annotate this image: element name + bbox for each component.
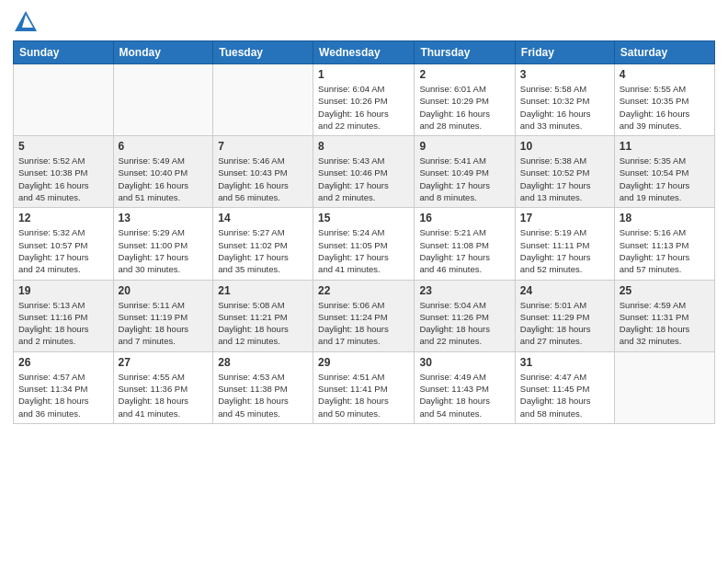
calendar-cell: 1Sunrise: 6:04 AM Sunset: 10:26 PM Dayli… — [313, 64, 415, 136]
calendar-cell: 7Sunrise: 5:46 AM Sunset: 10:43 PM Dayli… — [213, 136, 313, 208]
calendar-cell: 31Sunrise: 4:47 AM Sunset: 11:45 PM Dayl… — [515, 351, 614, 423]
calendar-cell: 6Sunrise: 5:49 AM Sunset: 10:40 PM Dayli… — [113, 136, 213, 208]
day-number: 17 — [520, 212, 609, 224]
calendar-cell: 21Sunrise: 5:08 AM Sunset: 11:21 PM Dayl… — [213, 280, 313, 351]
day-info: Sunrise: 6:04 AM Sunset: 10:26 PM Daylig… — [318, 83, 409, 132]
day-number: 8 — [318, 140, 409, 153]
day-info: Sunrise: 5:13 AM Sunset: 11:16 PM Daylig… — [18, 299, 108, 348]
calendar-cell: 11Sunrise: 5:35 AM Sunset: 10:54 PM Dayl… — [614, 136, 714, 208]
day-info: Sunrise: 6:01 AM Sunset: 10:29 PM Daylig… — [419, 83, 509, 132]
calendar-week-row: 5Sunrise: 5:52 AM Sunset: 10:38 PM Dayli… — [14, 136, 715, 208]
day-number: 19 — [18, 284, 108, 297]
day-info: Sunrise: 5:38 AM Sunset: 10:52 PM Daylig… — [520, 155, 609, 203]
day-number: 31 — [520, 356, 609, 369]
day-info: Sunrise: 4:49 AM Sunset: 11:43 PM Daylig… — [419, 371, 509, 419]
calendar-cell: 15Sunrise: 5:24 AM Sunset: 11:05 PM Dayl… — [313, 208, 415, 280]
calendar-cell: 28Sunrise: 4:53 AM Sunset: 11:38 PM Dayl… — [213, 351, 313, 423]
day-info: Sunrise: 5:41 AM Sunset: 10:49 PM Daylig… — [419, 155, 509, 203]
day-info: Sunrise: 5:35 AM Sunset: 10:54 PM Daylig… — [620, 155, 710, 203]
day-info: Sunrise: 4:57 AM Sunset: 11:34 PM Daylig… — [18, 371, 108, 419]
calendar-cell — [14, 64, 114, 136]
day-number: 15 — [318, 212, 409, 224]
calendar-cell: 13Sunrise: 5:29 AM Sunset: 11:00 PM Dayl… — [113, 208, 213, 280]
day-number: 24 — [520, 284, 609, 297]
day-number: 10 — [520, 140, 609, 153]
day-number: 29 — [318, 356, 409, 369]
calendar-cell: 27Sunrise: 4:55 AM Sunset: 11:36 PM Dayl… — [113, 351, 213, 423]
day-number: 18 — [620, 212, 710, 224]
day-info: Sunrise: 5:08 AM Sunset: 11:21 PM Daylig… — [218, 299, 308, 348]
day-info: Sunrise: 5:24 AM Sunset: 11:05 PM Daylig… — [318, 226, 409, 275]
weekday-header: Tuesday — [213, 41, 313, 64]
day-number: 11 — [620, 140, 710, 153]
day-number: 20 — [119, 284, 209, 297]
calendar-cell: 14Sunrise: 5:27 AM Sunset: 11:02 PM Dayl… — [213, 208, 313, 280]
calendar-cell: 23Sunrise: 5:04 AM Sunset: 11:26 PM Dayl… — [415, 280, 515, 351]
day-number: 30 — [419, 356, 509, 369]
day-number: 26 — [18, 356, 108, 369]
calendar-cell: 22Sunrise: 5:06 AM Sunset: 11:24 PM Dayl… — [313, 280, 415, 351]
calendar-cell: 26Sunrise: 4:57 AM Sunset: 11:34 PM Dayl… — [14, 351, 114, 423]
day-number: 9 — [419, 140, 509, 153]
calendar-cell: 5Sunrise: 5:52 AM Sunset: 10:38 PM Dayli… — [14, 136, 114, 208]
calendar-week-row: 19Sunrise: 5:13 AM Sunset: 11:16 PM Dayl… — [14, 280, 715, 351]
calendar-header: SundayMondayTuesdayWednesdayThursdayFrid… — [14, 41, 715, 64]
day-info: Sunrise: 5:52 AM Sunset: 10:38 PM Daylig… — [18, 155, 108, 203]
day-info: Sunrise: 5:29 AM Sunset: 11:00 PM Daylig… — [119, 226, 209, 275]
day-number: 4 — [620, 68, 710, 81]
calendar-cell: 18Sunrise: 5:16 AM Sunset: 11:13 PM Dayl… — [614, 208, 714, 280]
page: SundayMondayTuesdayWednesdayThursdayFrid… — [0, 0, 728, 563]
calendar-cell: 2Sunrise: 6:01 AM Sunset: 10:29 PM Dayli… — [415, 64, 515, 136]
day-info: Sunrise: 4:53 AM Sunset: 11:38 PM Daylig… — [218, 371, 308, 419]
day-info: Sunrise: 5:19 AM Sunset: 11:11 PM Daylig… — [520, 226, 609, 275]
weekday-header: Thursday — [415, 41, 515, 64]
calendar-week-row: 1Sunrise: 6:04 AM Sunset: 10:26 PM Dayli… — [14, 64, 715, 136]
calendar-cell: 19Sunrise: 5:13 AM Sunset: 11:16 PM Dayl… — [14, 280, 114, 351]
calendar-cell: 12Sunrise: 5:32 AM Sunset: 10:57 PM Dayl… — [14, 208, 114, 280]
day-info: Sunrise: 4:55 AM Sunset: 11:36 PM Daylig… — [119, 371, 209, 419]
calendar-body: 1Sunrise: 6:04 AM Sunset: 10:26 PM Dayli… — [14, 64, 715, 424]
day-number: 1 — [318, 68, 409, 81]
day-number: 27 — [119, 356, 209, 369]
day-info: Sunrise: 5:58 AM Sunset: 10:32 PM Daylig… — [520, 83, 609, 132]
day-info: Sunrise: 5:01 AM Sunset: 11:29 PM Daylig… — [520, 299, 609, 348]
day-number: 6 — [119, 140, 209, 153]
day-number: 25 — [620, 284, 710, 297]
calendar-cell — [113, 64, 213, 136]
day-info: Sunrise: 5:49 AM Sunset: 10:40 PM Daylig… — [119, 155, 209, 203]
calendar-cell: 20Sunrise: 5:11 AM Sunset: 11:19 PM Dayl… — [113, 280, 213, 351]
day-info: Sunrise: 5:21 AM Sunset: 11:08 PM Daylig… — [419, 226, 509, 275]
day-number: 2 — [419, 68, 509, 81]
calendar-cell: 30Sunrise: 4:49 AM Sunset: 11:43 PM Dayl… — [415, 351, 515, 423]
logo — [13, 9, 42, 35]
day-info: Sunrise: 4:59 AM Sunset: 11:31 PM Daylig… — [620, 299, 710, 348]
weekday-header: Monday — [113, 41, 213, 64]
day-number: 7 — [218, 140, 308, 153]
weekday-header: Sunday — [14, 41, 114, 64]
day-number: 23 — [419, 284, 509, 297]
day-number: 13 — [119, 212, 209, 224]
calendar-cell: 29Sunrise: 4:51 AM Sunset: 11:41 PM Dayl… — [313, 351, 415, 423]
logo-icon — [13, 9, 39, 35]
day-number: 5 — [18, 140, 108, 153]
day-info: Sunrise: 5:43 AM Sunset: 10:46 PM Daylig… — [318, 155, 409, 203]
day-number: 16 — [419, 212, 509, 224]
weekday-header: Saturday — [614, 41, 714, 64]
calendar-week-row: 12Sunrise: 5:32 AM Sunset: 10:57 PM Dayl… — [14, 208, 715, 280]
calendar-cell: 3Sunrise: 5:58 AM Sunset: 10:32 PM Dayli… — [515, 64, 614, 136]
day-info: Sunrise: 5:32 AM Sunset: 10:57 PM Daylig… — [18, 226, 108, 275]
calendar-cell: 8Sunrise: 5:43 AM Sunset: 10:46 PM Dayli… — [313, 136, 415, 208]
header — [13, 9, 715, 35]
calendar-cell: 9Sunrise: 5:41 AM Sunset: 10:49 PM Dayli… — [415, 136, 515, 208]
calendar-cell: 24Sunrise: 5:01 AM Sunset: 11:29 PM Dayl… — [515, 280, 614, 351]
calendar-cell: 4Sunrise: 5:55 AM Sunset: 10:35 PM Dayli… — [614, 64, 714, 136]
weekday-header: Wednesday — [313, 41, 415, 64]
day-number: 22 — [318, 284, 409, 297]
day-info: Sunrise: 4:51 AM Sunset: 11:41 PM Daylig… — [318, 371, 409, 419]
calendar-week-row: 26Sunrise: 4:57 AM Sunset: 11:34 PM Dayl… — [14, 351, 715, 423]
day-info: Sunrise: 5:46 AM Sunset: 10:43 PM Daylig… — [218, 155, 308, 203]
calendar-cell: 25Sunrise: 4:59 AM Sunset: 11:31 PM Dayl… — [614, 280, 714, 351]
calendar-cell — [614, 351, 714, 423]
weekday-row: SundayMondayTuesdayWednesdayThursdayFrid… — [14, 41, 715, 64]
day-info: Sunrise: 5:11 AM Sunset: 11:19 PM Daylig… — [119, 299, 209, 348]
